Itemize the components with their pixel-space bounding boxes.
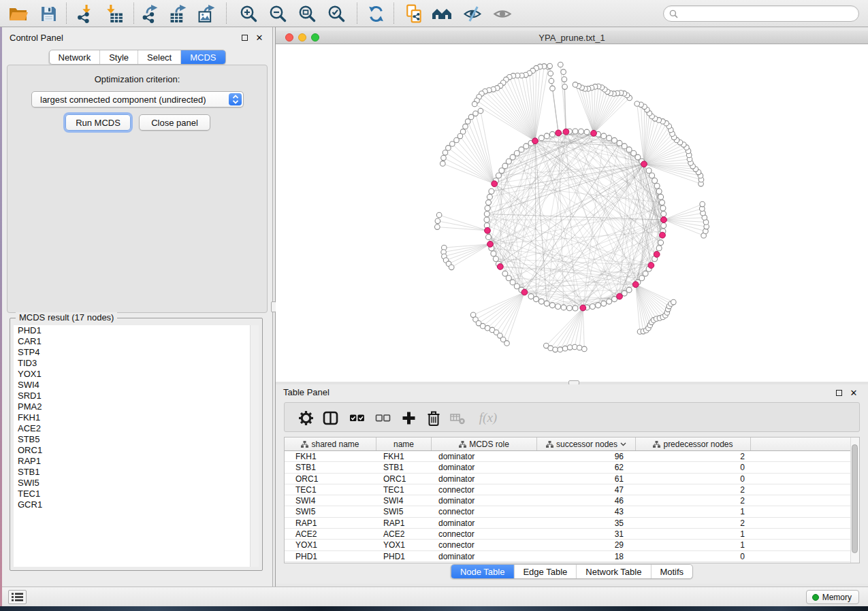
mcds-result-item[interactable]: ACE2 bbox=[14, 423, 250, 434]
table-row[interactable]: STB1STB1dominator620 bbox=[285, 462, 850, 473]
control-panel-float-button[interactable] bbox=[240, 33, 249, 42]
run-mcds-button[interactable]: Run MCDS bbox=[65, 114, 131, 131]
network-leaf-node[interactable] bbox=[441, 155, 447, 161]
network-leaf-node[interactable] bbox=[472, 101, 477, 107]
table-row[interactable]: FKH1FKH1dominator962 bbox=[285, 451, 850, 462]
network-node[interactable] bbox=[549, 131, 555, 137]
show-all-button[interactable] bbox=[489, 2, 515, 25]
network-view[interactable] bbox=[276, 44, 868, 382]
network-leaf-node[interactable] bbox=[567, 345, 573, 350]
network-leaf-node[interactable] bbox=[465, 119, 470, 125]
network-leaf-node[interactable] bbox=[435, 225, 440, 230]
network-leaf-node[interactable] bbox=[572, 344, 577, 350]
network-node[interactable] bbox=[601, 133, 607, 139]
network-leaf-node[interactable] bbox=[553, 347, 558, 352]
network-node[interactable] bbox=[601, 301, 607, 306]
add-row-button[interactable] bbox=[398, 408, 419, 427]
table-row[interactable]: SWI5SWI5connector431 bbox=[285, 506, 850, 517]
network-leaf-node[interactable] bbox=[573, 82, 578, 88]
mcds-result-item[interactable]: GCR1 bbox=[14, 499, 250, 510]
network-leaf-node[interactable] bbox=[449, 265, 454, 270]
delete-selected-button[interactable] bbox=[423, 408, 444, 427]
network-leaf-node[interactable] bbox=[473, 111, 479, 116]
tab-style[interactable]: Style bbox=[99, 50, 138, 64]
zoom-fit-button[interactable] bbox=[294, 2, 320, 25]
network-leaf-node[interactable] bbox=[634, 101, 640, 107]
tab-node-table[interactable]: Node Table bbox=[451, 565, 514, 578]
network-leaf-node[interactable] bbox=[549, 78, 554, 84]
export-table-button[interactable] bbox=[166, 2, 192, 25]
network-node[interactable] bbox=[626, 147, 632, 152]
mcds-result-item[interactable]: PHD1 bbox=[14, 325, 250, 336]
import-network-button[interactable] bbox=[72, 2, 98, 25]
table-row[interactable]: PHD1PHD1dominator180 bbox=[285, 551, 850, 562]
zoom-in-button[interactable] bbox=[236, 2, 261, 25]
network-mcds-hub-node[interactable] bbox=[654, 251, 660, 257]
network-node[interactable] bbox=[649, 173, 655, 178]
network-node[interactable] bbox=[573, 306, 578, 311]
network-leaf-node[interactable] bbox=[550, 86, 556, 91]
optimization-criterion-select[interactable]: largest connected component (undirected) bbox=[31, 91, 244, 108]
table-panel-float-button[interactable] bbox=[834, 388, 843, 397]
network-leaf-node[interactable] bbox=[468, 114, 474, 120]
mcds-result-item[interactable]: SWI5 bbox=[14, 478, 250, 489]
network-node[interactable] bbox=[561, 305, 566, 310]
mcds-result-item[interactable]: RAP1 bbox=[14, 456, 250, 467]
mcds-result-item[interactable]: ORC1 bbox=[14, 445, 250, 456]
tab-motifs[interactable]: Motifs bbox=[650, 565, 692, 578]
network-node[interactable] bbox=[579, 129, 584, 134]
network-leaf-node[interactable] bbox=[548, 71, 553, 76]
network-node[interactable] bbox=[491, 251, 496, 257]
network-node[interactable] bbox=[654, 183, 660, 188]
import-table-button[interactable] bbox=[101, 2, 127, 25]
network-node[interactable] bbox=[573, 129, 578, 134]
export-image-button[interactable] bbox=[195, 2, 221, 25]
network-node[interactable] bbox=[626, 287, 632, 293]
table-row[interactable]: ACE2ACE2connector311 bbox=[285, 529, 850, 540]
network-leaf-node[interactable] bbox=[440, 161, 446, 167]
network-leaf-node[interactable] bbox=[562, 77, 567, 82]
mcds-result-item[interactable]: PMA2 bbox=[14, 401, 250, 412]
column-header-shared-name[interactable]: shared name bbox=[285, 437, 376, 450]
network-mcds-hub-node[interactable] bbox=[591, 130, 597, 136]
network-node[interactable] bbox=[584, 129, 590, 135]
network-node[interactable] bbox=[502, 271, 508, 276]
network-node[interactable] bbox=[486, 200, 492, 205]
network-node[interactable] bbox=[607, 135, 612, 141]
network-node[interactable] bbox=[486, 234, 492, 240]
network-mcds-hub-node[interactable] bbox=[497, 264, 503, 270]
network-node[interactable] bbox=[528, 294, 534, 299]
network-node[interactable] bbox=[485, 205, 490, 211]
network-mcds-hub-node[interactable] bbox=[632, 282, 639, 288]
table-row[interactable]: RAP1RAP1dominator352 bbox=[285, 518, 850, 529]
network-node[interactable] bbox=[484, 217, 489, 222]
network-node[interactable] bbox=[519, 147, 524, 152]
mcds-result-item[interactable]: FKH1 bbox=[14, 412, 250, 423]
network-leaf-node[interactable] bbox=[435, 218, 440, 224]
network-leaf-node[interactable] bbox=[478, 108, 483, 114]
mcds-result-item[interactable]: TID3 bbox=[14, 358, 250, 369]
network-leaf-node[interactable] bbox=[436, 212, 442, 218]
tab-select[interactable]: Select bbox=[138, 50, 180, 64]
network-node[interactable] bbox=[646, 168, 652, 174]
network-node[interactable] bbox=[549, 303, 555, 308]
mcds-result-item[interactable]: STB5 bbox=[14, 434, 250, 445]
network-node[interactable] bbox=[660, 200, 665, 205]
network-leaf-node[interactable] bbox=[700, 201, 705, 207]
network-mcds-hub-node[interactable] bbox=[580, 305, 586, 311]
network-node[interactable] bbox=[661, 223, 666, 229]
column-header-successor-nodes[interactable]: successor nodes bbox=[537, 437, 636, 450]
network-leaf-node[interactable] bbox=[558, 62, 564, 67]
network-node[interactable] bbox=[506, 159, 511, 164]
table-row[interactable]: YOX1YOX1connector291 bbox=[285, 540, 850, 550]
mcds-result-item[interactable]: TEC1 bbox=[14, 489, 250, 499]
mcds-result-item[interactable]: CAR1 bbox=[14, 336, 250, 347]
network-mcds-hub-node[interactable] bbox=[532, 138, 539, 144]
network-node[interactable] bbox=[556, 304, 561, 310]
network-node[interactable] bbox=[544, 133, 549, 139]
network-mcds-hub-node[interactable] bbox=[556, 130, 562, 136]
network-node[interactable] bbox=[539, 299, 544, 304]
unselect-all-button[interactable] bbox=[372, 408, 393, 427]
network-node[interactable] bbox=[658, 194, 664, 199]
show-panels-menu-button[interactable] bbox=[8, 590, 27, 604]
